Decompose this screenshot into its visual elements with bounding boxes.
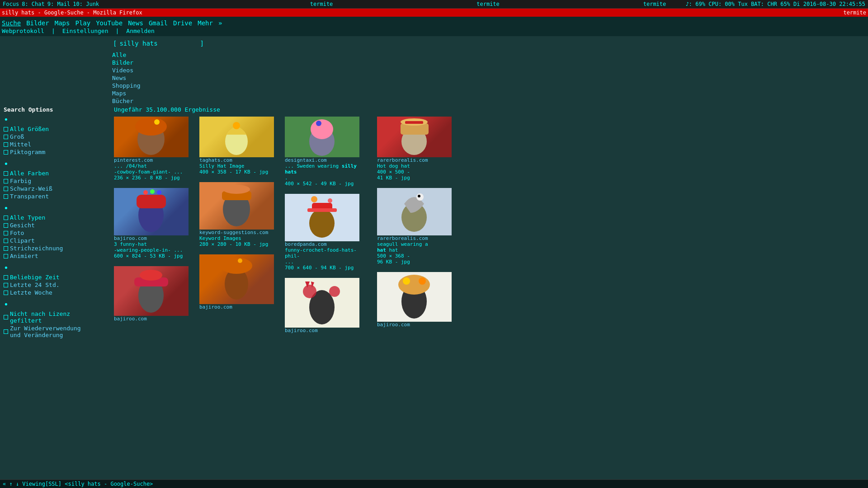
nav-mehr[interactable]: Mehr [198, 19, 213, 27]
checkbox-gross[interactable] [4, 135, 8, 139]
image-thumb[interactable] [377, 188, 452, 235]
filter-videos[interactable]: Videos [112, 67, 868, 74]
tab-10[interactable]: 10: Junk [73, 1, 99, 7]
checkbox-foto[interactable] [4, 231, 8, 235]
option-letzte-woche[interactable]: Letzte Woche [4, 289, 108, 296]
option-clipart[interactable]: Clipart [4, 237, 108, 244]
img-desc-0-0: ... /04/hat-cowboy-foam-giant- ... [114, 163, 189, 175]
image-item[interactable]: rarerborealis.com seagull wearing ahat h… [377, 188, 452, 265]
svg-point-27 [311, 196, 317, 202]
image-thumb[interactable] [285, 117, 359, 157]
checkbox-clipart[interactable] [4, 239, 8, 243]
img-source-0-0: pinterest.com [114, 157, 189, 163]
option-alle-farben[interactable]: Alle Farben [4, 170, 108, 177]
option-transparent[interactable]: Transparent [4, 193, 108, 200]
image-thumb[interactable] [285, 278, 359, 328]
option-mittel[interactable]: Mittel [4, 141, 108, 148]
option-wiederverwendung[interactable]: Zur Wiederverwendung und Veränderung [4, 325, 108, 338]
image-thumb[interactable] [377, 117, 452, 157]
filter-bilder[interactable]: Bilder [112, 59, 868, 66]
option-piktogramm[interactable]: Piktogramm [4, 149, 108, 155]
sidebar-section-size: • Alle Größen Groß Mittel Piktogramm [4, 116, 108, 155]
option-foto[interactable]: Foto [4, 230, 108, 236]
image-thumb[interactable] [114, 266, 189, 316]
option-farbig[interactable]: Farbig [4, 178, 108, 184]
sidebar-section-time: • Beliebige Zeit Letzte 24 Std. Letzte W… [4, 264, 108, 296]
option-nicht-gefiltert[interactable]: Nicht nach Lizenz gefiltert [4, 310, 108, 324]
tab-8[interactable]: 8: Chat [22, 1, 45, 7]
checkbox-schwarzweiss[interactable] [4, 187, 8, 191]
image-thumb[interactable] [199, 117, 274, 157]
checkbox-beliebige-zeit[interactable] [4, 275, 8, 280]
image-item[interactable]: pinterest.com ... /04/hat-cowboy-foam-gi… [114, 117, 189, 181]
label-schwarzweiss: Schwarz-Weiß [10, 185, 52, 192]
nav-youtube[interactable]: YouTube [96, 19, 123, 27]
image-col-0: pinterest.com ... /04/hat-cowboy-foam-gi… [114, 117, 189, 341]
filter-buecher[interactable]: Bücher [112, 98, 868, 104]
filter-alle[interactable]: Alle [112, 52, 868, 58]
image-item[interactable]: designtaxi.com ... Sweden wearing silly … [285, 117, 366, 187]
image-thumb[interactable] [377, 272, 452, 322]
image-item[interactable]: taghats.com Silly Hat Image 400 × 358 - … [199, 117, 274, 175]
nav-news[interactable]: News [128, 19, 143, 27]
image-item[interactable]: bajiroo.com [114, 266, 189, 322]
option-gross[interactable]: Groß [4, 133, 108, 140]
image-item[interactable]: rarerborealis.com Hot dog hat 400 × 500 … [377, 117, 452, 181]
checkbox-animiert[interactable] [4, 254, 8, 258]
image-thumb[interactable] [199, 254, 274, 304]
image-item[interactable]: boredpanda.com funny-crochet-food-hats-p… [285, 194, 366, 271]
checkbox-letzte-woche[interactable] [4, 291, 8, 295]
subnav-divider2: | [116, 28, 119, 34]
checkbox-alle-farben[interactable] [4, 171, 8, 176]
filter-news[interactable]: News [112, 75, 868, 81]
checkbox-farbig[interactable] [4, 179, 8, 183]
nav-bilder[interactable]: Bilder [26, 19, 49, 27]
option-strichzeichnung[interactable]: Strichzeichnung [4, 245, 108, 252]
checkbox-alle-groessen[interactable] [4, 127, 8, 131]
anmelden-link[interactable]: Anmelden [126, 28, 155, 34]
checkbox-gesicht[interactable] [4, 223, 8, 228]
einstellungen-link[interactable]: Einstellungen [62, 28, 108, 34]
webprotokoll-link[interactable]: Webprotokoll [2, 28, 44, 34]
image-item[interactable]: keyword-suggestions.com Keyword Images 2… [199, 182, 274, 247]
checkbox-strichzeichnung[interactable] [4, 246, 8, 251]
checkbox-transparent[interactable] [4, 194, 8, 199]
nav-play[interactable]: Play [75, 19, 90, 27]
option-letzte-24[interactable]: Letzte 24 Std. [4, 282, 108, 288]
filter-shopping[interactable]: Shopping [112, 82, 868, 89]
option-schwarzweiss[interactable]: Schwarz-Weiß [4, 185, 108, 192]
option-alle-groessen[interactable]: Alle Größen [4, 126, 108, 132]
image-thumb[interactable] [199, 182, 274, 230]
results-area: Ungefähr 35.100.000 Ergebnisse pinterest [112, 106, 868, 343]
checkbox-letzte-24[interactable] [4, 283, 8, 287]
option-animiert[interactable]: Animiert [4, 253, 108, 259]
nav-maps[interactable]: Maps [55, 19, 70, 27]
nav-suche[interactable]: Suche [2, 19, 21, 27]
checkbox-mittel[interactable] [4, 142, 8, 147]
search-input[interactable] [118, 39, 199, 48]
image-item[interactable]: bajiroo.com [377, 272, 452, 328]
img-desc-2-0: ... Sweden wearing silly hats. [285, 163, 366, 181]
image-thumb[interactable] [285, 194, 359, 241]
filter-maps[interactable]: Maps [112, 90, 868, 97]
image-item[interactable]: bajiroo.com 3 funny-hat-wearing-people-i… [114, 188, 189, 259]
option-alle-typen[interactable]: Alle Typen [4, 214, 108, 221]
image-item[interactable]: bajiroo.com [199, 254, 274, 310]
checkbox-nicht-gefiltert[interactable] [4, 315, 8, 319]
option-gesicht[interactable]: Gesicht [4, 222, 108, 229]
nav-drive[interactable]: Drive [173, 19, 192, 27]
svg-point-45 [419, 277, 426, 285]
nav-gmail[interactable]: Gmail [149, 19, 168, 27]
sidebar-section-color: • Alle Farben Farbig Schwarz-Weiß Transp… [4, 160, 108, 200]
img-source-1-1: keyword-suggestions.com [199, 230, 274, 235]
checkbox-alle-typen[interactable] [4, 216, 8, 220]
image-thumb[interactable] [114, 188, 189, 235]
nav-more-arrow[interactable]: » [218, 19, 222, 27]
checkbox-piktogramm[interactable] [4, 150, 8, 155]
checkbox-wiederverwendung[interactable] [4, 329, 8, 334]
image-item[interactable]: bajiroo.com [285, 278, 366, 333]
option-beliebige-zeit[interactable]: Beliebige Zeit [4, 274, 108, 281]
image-thumb[interactable] [114, 117, 189, 157]
system-status: termite termite termite ♪: 69% CPU: 00% … [310, 1, 865, 7]
tab-9[interactable]: 9: Mail [47, 1, 71, 7]
